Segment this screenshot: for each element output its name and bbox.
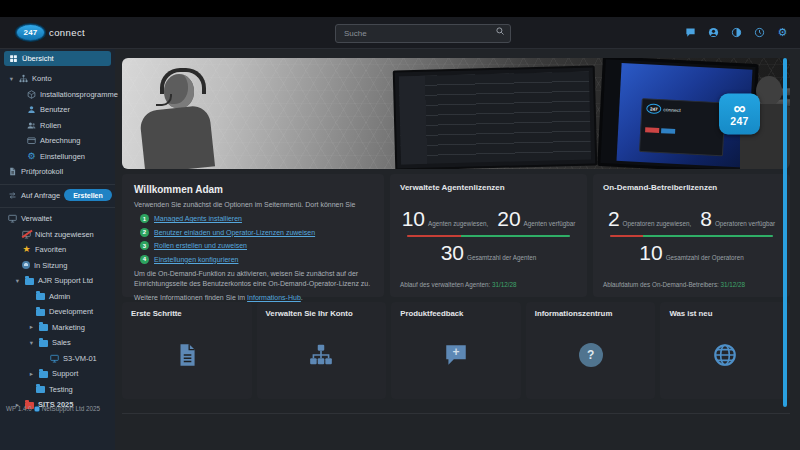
sidebar-item-label: Abrechnung [40,136,80,145]
tree-item-favoriten[interactable]: ★ Favoriten [0,242,115,258]
sitemap-icon [19,74,28,83]
theme-contrast-icon[interactable] [731,27,742,38]
tree-item-label: AJR Support Ltd [38,276,93,285]
chat-feedback-icon[interactable] [685,27,696,38]
more-info-line: Weitere Informationen finden Sie im Info… [134,293,372,303]
agents-total-count: 30 [441,242,464,263]
search-box [335,22,511,41]
infinity-icon: ∞ [733,101,745,114]
sidebar-item-installationsprogramme[interactable]: Installationsprogramme [0,87,115,103]
configure-settings-link[interactable]: Einstellungen konfigurieren [154,256,238,263]
settings-gear-icon[interactable]: ⚙ [777,27,788,38]
sidebar-item-uebersicht[interactable]: Übersicht [4,51,111,66]
topbar-icons: ⚙ [685,27,788,38]
install-agents-link[interactable]: Managed Agents installieren [154,215,242,222]
expiry-date: 31/12/28 [721,281,746,288]
operators-expiry: Ablaufdatum des On-Demand-Betreibers: 31… [603,281,780,288]
create-roles-link[interactable]: Rollen erstellen und zuweisen [154,242,247,249]
shortcut-erste-schritte[interactable]: Erste Schritte [122,302,252,399]
getting-started-document-icon [174,342,200,368]
agents-available-count: 20 [497,208,520,229]
shortcut-title: Produktfeedback [400,309,512,318]
chevron-right-icon[interactable]: ▸ [28,324,35,331]
app-logo: 247 connect [16,24,85,41]
chevron-right-icon[interactable]: ▸ [28,371,35,378]
org-chart-icon [308,342,334,368]
sidebar-item-rollen[interactable]: Rollen [0,118,115,134]
on-demand-note: Um die On-Demand-Funktion zu aktivieren,… [134,269,372,289]
shortcut-was-ist-neu[interactable]: Was ist neu [660,302,790,399]
sidebar-item-auf-anfrage[interactable]: Auf Anfrage Erstellen [0,184,115,204]
chevron-down-icon[interactable]: ▾ [8,76,15,83]
shortcut-title: Was ist neu [669,309,781,318]
folder-icon [39,340,48,347]
gear-icon: ⚙ [27,152,36,161]
history-clock-icon[interactable] [754,27,765,38]
tree-item-label: In Sitzung [34,261,67,270]
tree-item-nicht-zugewiesen[interactable]: Nicht zugewiesen [0,227,115,243]
sidebar-item-benutzer[interactable]: Benutzer [0,102,115,118]
sidebar-item-abrechnung[interactable]: Abrechnung [0,133,115,149]
shortcut-produktfeedback[interactable]: Produktfeedback + [391,302,521,399]
sidebar-item-label: Auf Anfrage [21,191,60,200]
vertical-scrollbar[interactable] [783,58,787,407]
informations-hub-link[interactable]: Informations-Hub [247,294,301,301]
sidebar-item-einstellungen[interactable]: ⚙ Einstellungen [0,149,115,165]
users-roles-icon [27,121,36,130]
version-label: WP 1.4.0 [6,405,32,412]
monitor-off-icon [22,230,31,239]
welcome-card: Willkommen Adam Verwenden Sie zunächst d… [122,174,384,297]
sidebar-section-verwaltet[interactable]: Verwaltet [0,207,115,227]
folder-icon [36,309,45,316]
sidebar-item-label: Konto [32,74,52,83]
tree-item-label: Favoriten [35,245,66,254]
top-bar: 247 connect ⚙ [0,17,800,49]
on-demand-operator-licenses-card: On-Demand-Betreiberlizenzen 2 Operatoren… [593,174,790,297]
247-badge: ∞ 247 [719,93,760,134]
step-3: 3 Rollen erstellen und zuweisen [140,241,372,250]
question-circle-icon: ? [579,343,603,367]
step-number-badge: 4 [140,255,149,264]
invite-users-link[interactable]: Benutzer einladen und Operator-Lizenzen … [154,229,315,236]
step-4: 4 Einstellungen konfigurieren [140,255,372,264]
billing-card-icon [27,136,36,145]
step-2: 2 Benutzer einladen und Operator-Lizenze… [140,228,372,237]
operators-usage-bar [610,235,773,238]
sidebar-nav: Übersicht ▾ Konto Installationsprogramme… [0,49,115,450]
dashboard-grid-icon [9,54,18,63]
agents-assigned-count: 10 [402,208,425,229]
console-monitor [393,65,598,169]
chevron-down-icon[interactable]: ▾ [14,278,21,285]
shortcut-informationszentrum[interactable]: Informationszentrum ? [526,302,656,399]
sidebar-item-label: Rollen [40,121,61,130]
tree-item-in-sitzung[interactable]: In Sitzung [0,258,115,274]
step-number-badge: 3 [140,241,149,250]
account-icon[interactable] [708,27,719,38]
sidebar-item-pruefprotokoll[interactable]: Prüfprotokoll [0,164,115,180]
tree-item-s3-vm-01[interactable]: S3-VM-01 [0,351,115,367]
session-dot-icon [22,261,30,269]
tree-item-label: Development [49,307,93,316]
shortcut-konto-verwalten[interactable]: Verwalten Sie Ihr Konto [257,302,387,399]
logo-wordmark: connect [49,27,85,38]
chevron-down-icon[interactable]: ▾ [28,340,35,347]
tree-item-ajr-support-ltd[interactable]: ▾ AJR Support Ltd [0,273,115,289]
version-footer: WP 1.4.0 NetSupport Ltd 2025 [6,405,100,412]
operators-total-count: 10 [639,242,662,263]
tree-item-sales[interactable]: ▾ Sales [0,335,115,351]
tree-item-testing[interactable]: Testing [0,382,115,398]
tree-item-development[interactable]: Development [0,304,115,320]
step-number-badge: 1 [140,214,149,223]
tree-item-support[interactable]: ▸ Support [0,366,115,382]
welcome-title: Willkommen Adam [134,184,372,195]
tree-item-admin[interactable]: Admin [0,289,115,305]
monitor-icon [8,214,17,223]
sidebar-item-label: Prüfprotokoll [21,167,63,176]
feedback-chat-plus-icon: + [443,342,469,368]
operators-assigned-count: 2 [608,208,620,229]
tree-item-marketing[interactable]: ▸ Marketing [0,320,115,336]
company-label: NetSupport Ltd 2025 [42,405,100,412]
search-input[interactable] [335,24,511,43]
create-button[interactable]: Erstellen [64,189,112,201]
sidebar-item-konto[interactable]: ▾ Konto [0,71,115,87]
